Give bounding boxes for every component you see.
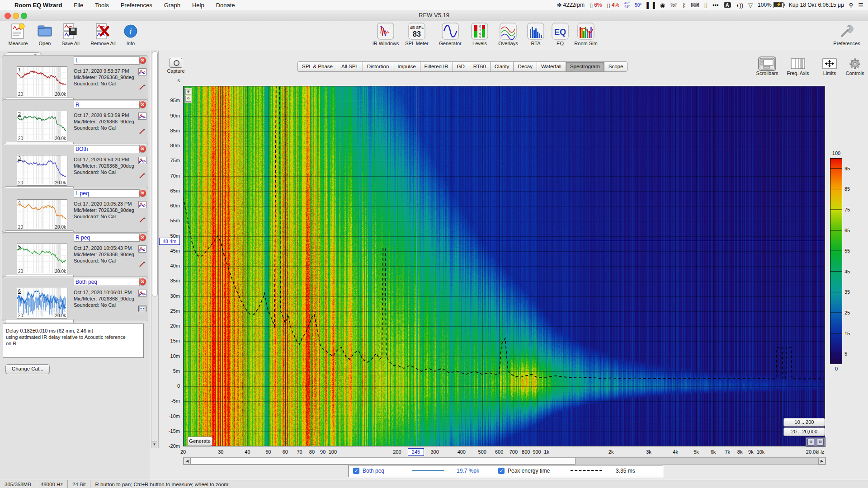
tab-rt60[interactable]: RT60 <box>469 61 490 72</box>
graph-limits-button[interactable]: Limits <box>816 58 843 76</box>
change-cal-button[interactable]: Change Cal... <box>5 364 50 374</box>
plot-horizontal-scrollbar[interactable]: ◀ ▶ <box>183 457 826 465</box>
volume-menu[interactable]: ◖)) <box>736 2 744 9</box>
measurement-name-input[interactable] <box>74 278 140 286</box>
measurement-thumbnail[interactable]: 42020.0k <box>17 199 67 230</box>
plot-zoom-widget[interactable]: ⊕ ⊖ <box>184 88 192 103</box>
trace-checkbox[interactable]: ✓ <box>353 468 359 474</box>
temp-big[interactable]: 50° <box>635 3 642 8</box>
menu-item-preferences[interactable]: Preferences <box>121 2 152 9</box>
spectrogram-canvas[interactable] <box>183 86 825 446</box>
tab-spectrogram[interactable]: Spectrogram <box>566 61 604 72</box>
spectrogram-plot-area[interactable]: ⊕ ⊖ <box>183 86 825 446</box>
measurement-thumbnail[interactable]: 32020.0k <box>17 155 67 186</box>
tab-distortion[interactable]: Distortion <box>363 61 393 72</box>
range-button-20-20000[interactable]: 20 .. 20,000 <box>783 427 825 436</box>
measurement-pencil-icon[interactable] <box>138 128 146 135</box>
delete-measurement-button[interactable]: ✕ <box>139 145 146 152</box>
delete-measurement-button[interactable]: ✕ <box>139 57 146 64</box>
measurement-name-input[interactable] <box>74 56 140 65</box>
bluetooth-menu[interactable]: ᛒ <box>682 2 686 9</box>
tab-clarity[interactable]: Clarity <box>490 61 514 72</box>
gpu-usage[interactable]: ▯4% <box>607 2 619 9</box>
zoom-in-icon[interactable]: ⊕ <box>185 89 191 95</box>
temp-sensors[interactable]: 49°49° <box>624 1 630 9</box>
measurement-trace-button[interactable] <box>138 305 146 312</box>
overlay-checkbox[interactable]: ✓ <box>498 468 505 474</box>
tab-gd[interactable]: GD <box>453 61 469 72</box>
battery-menu[interactable]: 100% ⚡ <box>758 2 784 8</box>
tab-spl-phase[interactable]: SPL & Phase <box>297 61 337 72</box>
toolbar-overlays-button[interactable]: Overlays <box>493 23 524 46</box>
menu-item-graph[interactable]: Graph <box>164 2 180 9</box>
window-tiles-menu[interactable]: ▌▐ <box>646 2 655 9</box>
delete-measurement-button[interactable]: ✕ <box>139 278 146 285</box>
measurement-name-input[interactable] <box>74 145 140 153</box>
overlay-label[interactable]: Peak energy time <box>508 468 550 474</box>
tab-waterfall[interactable]: Waterfall <box>537 61 566 72</box>
measurement-graph-icon[interactable] <box>138 201 146 208</box>
menu-item-donate[interactable]: Donate <box>216 2 235 9</box>
menu-item-help[interactable]: Help <box>192 2 204 9</box>
graph-freq-axis-button[interactable]: Freq. Axis <box>785 58 811 76</box>
measurement-pencil-icon[interactable] <box>138 216 146 224</box>
wifi-menu[interactable]: ▽ <box>748 2 753 9</box>
measurement-name-input[interactable] <box>74 189 140 197</box>
sidebar-scroll-down-arrow[interactable]: ▼ <box>151 441 157 448</box>
measurement-thumbnail[interactable]: 12020.0k <box>17 66 67 97</box>
toolbar-levels-button[interactable]: 0369Levels <box>464 23 495 46</box>
menu-item-file[interactable]: File <box>74 2 83 9</box>
scroll-right-arrow[interactable]: ▶ <box>818 458 826 465</box>
measurement-pencil-icon[interactable] <box>138 172 146 179</box>
delete-measurement-button[interactable]: ✕ <box>139 190 146 197</box>
measurement-thumbnail[interactable]: 62020.0k <box>17 288 67 319</box>
capture-button[interactable]: Capture <box>165 58 186 78</box>
clock[interactable]: Κυρ 18 Οκτ 6:06:15 μμ <box>789 2 844 8</box>
measurement-graph-icon[interactable] <box>138 68 146 75</box>
measurement-pencil-icon[interactable] <box>138 261 146 268</box>
viber-menu[interactable]: ☏ <box>670 2 677 9</box>
status-app-a[interactable]: ◉ <box>660 2 665 9</box>
spotlight-menu[interactable]: ⚲ <box>849 2 854 9</box>
measurement-graph-icon[interactable] <box>138 113 146 120</box>
toolbar-spl-meter-button[interactable]: dB SPL83SPL Meter <box>401 23 432 46</box>
sidebar-scrollbar-thumb[interactable] <box>152 52 158 296</box>
measurement-thumbnail[interactable]: 52020.0k <box>17 244 67 274</box>
notification-center-menu[interactable]: ☰ <box>858 2 863 9</box>
range-button-10-200[interactable]: 10 .. 200 <box>783 418 825 427</box>
trace-label[interactable]: Both peq <box>363 468 384 474</box>
window-title-bar[interactable]: REW V5.19 <box>0 10 868 21</box>
input-source-menu[interactable]: A <box>724 2 731 8</box>
toolbar-measure-button[interactable]: Measure <box>3 23 33 46</box>
mini-control-b[interactable]: ⊟ <box>817 439 824 446</box>
status-app-b[interactable]: ▯ <box>704 2 708 9</box>
measurement-name-input[interactable] <box>74 101 140 109</box>
measurement-name-input[interactable] <box>74 234 140 242</box>
menu-item-room-eq-wizard[interactable]: Room EQ Wizard <box>14 2 62 9</box>
toolbar-ir-windows-button[interactable]: IR Windows <box>370 23 401 46</box>
cpu-usage[interactable]: ▯6% <box>590 2 602 9</box>
graph-controls-button[interactable]: Controls <box>842 58 868 76</box>
tab-decay[interactable]: Decay <box>513 61 537 72</box>
toolbar-generator-button[interactable]: Generator <box>435 23 466 46</box>
toolbar-save-all-button[interactable]: Save All <box>55 23 86 46</box>
zoom-out-icon[interactable]: ⊖ <box>185 96 191 102</box>
scroll-left-arrow[interactable]: ◀ <box>184 458 191 465</box>
delete-measurement-button[interactable]: ✕ <box>139 234 146 241</box>
measurement-thumbnail[interactable]: 22020.0k <box>17 111 67 141</box>
menu-item-tools[interactable]: Tools <box>95 2 108 9</box>
more-menu[interactable]: ••• <box>712 2 719 9</box>
generate-button[interactable]: Generate <box>187 436 212 446</box>
sidebar-scrollbar[interactable]: ▼ <box>151 51 159 448</box>
measurement-pencil-icon[interactable] <box>138 84 146 91</box>
graph-scrollbars-button[interactable]: Scrollbars <box>754 58 780 76</box>
fan-speed[interactable]: ✻4222rpm <box>557 2 585 9</box>
tab-all-spl[interactable]: All SPL <box>337 61 363 72</box>
plot-scrollbar-thumb[interactable] <box>190 458 576 465</box>
measurement-graph-icon[interactable] <box>138 157 146 164</box>
tab-filtered-ir[interactable]: Filtered IR <box>420 61 453 72</box>
keyboard-menu[interactable]: ⌨ <box>691 2 699 9</box>
toolbar-remove-all-button[interactable]: Remove All <box>88 23 118 46</box>
tab-scope[interactable]: Scope <box>604 61 628 72</box>
toolbar-preferences-button[interactable]: Preferences <box>831 23 862 46</box>
